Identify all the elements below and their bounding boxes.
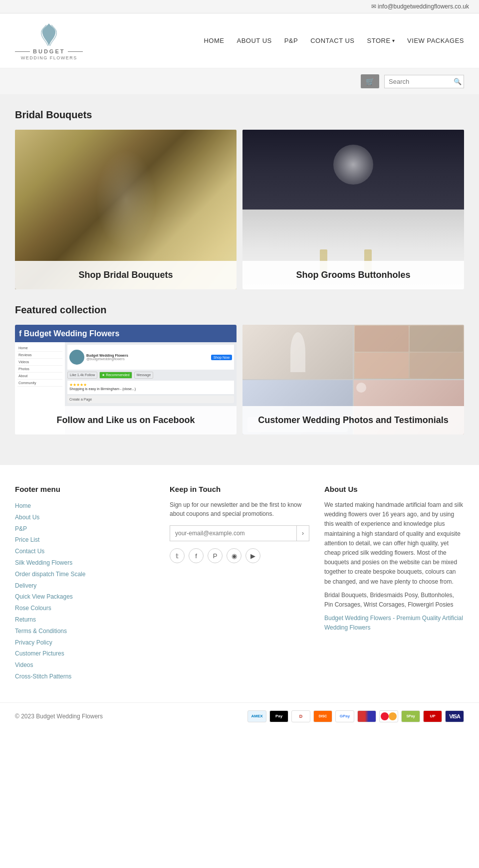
nav-about[interactable]: ABOUT US (237, 37, 271, 44)
list-item: Terms & Conditions (15, 626, 155, 637)
testimonials-card[interactable]: Customer Wedding Photos and Testimonials (242, 325, 464, 434)
list-item: Silk Wedding Flowers (15, 557, 155, 569)
gpay-payment-icon: GPay (335, 710, 354, 722)
newsletter-submit-button[interactable]: › (296, 526, 309, 541)
list-item: P&P (15, 523, 155, 535)
grooms-buttonholes-card[interactable]: Shop Grooms Buttonholes (242, 130, 464, 289)
nav-pp[interactable]: P&P (284, 37, 298, 44)
list-item: Videos (15, 659, 155, 671)
discover-payment-icon: DISC (313, 710, 332, 722)
footer-link-returns[interactable]: Returns (15, 616, 36, 623)
footer-link-packages[interactable]: Quick View Packages (15, 593, 73, 600)
logo-subtitle: WEDDING FLOWERS (21, 55, 77, 60)
visa-payment-icon: VISA (445, 710, 464, 722)
footer-link-pictures[interactable]: Customer Pictures (15, 650, 64, 657)
logo[interactable]: BUDGET WEDDING FLOWERS (15, 21, 83, 60)
maestro-payment-icon (357, 710, 376, 722)
nav-store[interactable]: STORE ▾ (367, 37, 395, 44)
applepay-payment-icon: Pay (269, 710, 288, 722)
footer-link-rose[interactable]: Rose Colours (15, 605, 51, 612)
about-us-title: About Us (324, 485, 464, 493)
contact-email[interactable]: info@budgetweddingflowers.co.uk (378, 3, 469, 10)
keep-in-touch-text: Sign up for our newsletter and be the fi… (170, 500, 309, 518)
list-item: Privacy Policy (15, 637, 155, 649)
fb-logo: f Budget Wedding Flowers (19, 329, 119, 338)
list-item: Returns (15, 614, 155, 626)
facebook-card-label: Follow and Like us on Facebook (15, 406, 237, 434)
top-bar: ✉ info@budgetweddingflowers.co.uk (0, 0, 479, 13)
featured-cards-grid: f Budget Wedding Flowers Home Reviews Vi… (15, 325, 464, 434)
main-nav: HOME ABOUT US P&P CONTACT US STORE ▾ VIE… (204, 37, 464, 44)
newsletter-email-row: › (170, 525, 309, 541)
footer-link-home[interactable]: Home (15, 502, 31, 509)
footer-link-privacy[interactable]: Privacy Policy (15, 639, 52, 646)
nav-view-packages[interactable]: VIEW PACKAGES (407, 37, 464, 44)
footer-link-delivery[interactable]: Delivery (15, 582, 36, 589)
bridal-bouquets-label: Shop Bridal Bouquets (15, 261, 237, 289)
footer-link-pp[interactable]: P&P (15, 525, 27, 532)
logo-icon (36, 21, 61, 48)
mastercard-payment-icon (379, 710, 398, 722)
footer-about-us-col: About Us We started making handmade arti… (324, 485, 464, 682)
search-box: 🔍 (384, 75, 464, 88)
fb-shop-now: Shop Now (211, 355, 232, 360)
footer-link-pricelist[interactable]: Price List (15, 536, 39, 543)
shopify-payment-icon: SPay (401, 710, 420, 722)
featured-section-title: Featured collection (15, 304, 464, 316)
newsletter-email-input[interactable] (170, 526, 296, 541)
store-chevron-icon: ▾ (392, 38, 395, 43)
instagram-social-icon[interactable]: ◉ (227, 548, 241, 563)
nav-home[interactable]: HOME (204, 37, 224, 44)
copyright: © 2023 Budget Wedding Flowers (15, 713, 103, 720)
fb-buttons-row: Like 1.4k Follow ★ Recommended Message (67, 372, 234, 379)
youtube-social-icon[interactable]: ▶ (245, 548, 260, 563)
fb-page-info: Budget Wedding Flowers @budgetweddingflo… (86, 354, 128, 361)
about-us-link-text: Budget Wedding Flowers - Premium Quality… (324, 614, 464, 633)
payment-icons-row: AMEX Pay D DISC GPay SPay UP VISA (247, 710, 464, 722)
facebook-card[interactable]: f Budget Wedding Flowers Home Reviews Vi… (15, 325, 237, 434)
footer-link-terms[interactable]: Terms & Conditions (15, 628, 67, 635)
list-item: Home (15, 500, 155, 512)
list-item: Price List (15, 534, 155, 546)
fb-page-header: Budget Wedding Flowers @budgetweddingflo… (67, 345, 234, 370)
fb-top-bar: f Budget Wedding Flowers (15, 325, 237, 342)
footer-link-silk[interactable]: Silk Wedding Flowers (15, 559, 72, 566)
facebook-social-icon[interactable]: f (189, 548, 204, 563)
pinterest-social-icon[interactable]: P (208, 548, 223, 563)
list-item: Cross-Stitch Patterns (15, 671, 155, 682)
amex-payment-icon: AMEX (247, 710, 266, 722)
twitter-social-icon[interactable]: 𝕥 (170, 548, 185, 563)
logo-brand-name: BUDGET (15, 48, 83, 54)
footer-link-contact[interactable]: Contact Us (15, 548, 44, 555)
fb-create-page: Create a Page (67, 396, 234, 403)
footer-main: Footer menu Home About Us P&P Price List… (0, 464, 479, 702)
bridal-cards-grid: Shop Bridal Bouquets Shop Grooms Buttonh… (15, 130, 464, 289)
diners-payment-icon: D (291, 710, 310, 722)
nav-contact[interactable]: CONTACT US (310, 37, 354, 44)
search-bar-row: 🛒 🔍 (0, 68, 479, 94)
footer-menu-col: Footer menu Home About Us P&P Price List… (15, 485, 155, 682)
bridal-section-title: Bridal Bouquets (15, 109, 464, 121)
list-item: About Us (15, 512, 155, 523)
about-us-link[interactable]: Budget Wedding Flowers - Premium Quality… (324, 615, 463, 631)
search-input[interactable] (389, 78, 454, 85)
list-item: Rose Colours (15, 603, 155, 614)
about-us-text: We started making handmade artificial fo… (324, 500, 464, 587)
bridal-section: Bridal Bouquets Shop Bridal Bouquets (15, 109, 464, 289)
unionpay-payment-icon: UP (423, 710, 442, 722)
about-us-list: Bridal Bouquets, Bridesmaids Posy, Butto… (324, 591, 464, 610)
footer-link-cross[interactable]: Cross-Stitch Patterns (15, 673, 71, 680)
social-icons-row: 𝕥 f P ◉ ▶ (170, 548, 309, 563)
list-item: Customer Pictures (15, 648, 155, 659)
footer-menu-title: Footer menu (15, 485, 155, 493)
footer-link-dispatch[interactable]: Order dispatch Time Scale (15, 571, 85, 578)
list-item: Quick View Packages (15, 591, 155, 603)
bridal-bouquets-card[interactable]: Shop Bridal Bouquets (15, 130, 237, 289)
featured-section: Featured collection f Budget Wedding Flo… (15, 304, 464, 434)
fb-avatar (69, 350, 84, 365)
footer-link-videos[interactable]: Videos (15, 661, 33, 668)
cart-button[interactable]: 🛒 (361, 74, 379, 88)
footer-keep-in-touch-col: Keep in Touch Sign up for our newsletter… (170, 485, 309, 682)
search-submit-button[interactable]: 🔍 (454, 78, 462, 85)
footer-link-about[interactable]: About Us (15, 514, 39, 521)
